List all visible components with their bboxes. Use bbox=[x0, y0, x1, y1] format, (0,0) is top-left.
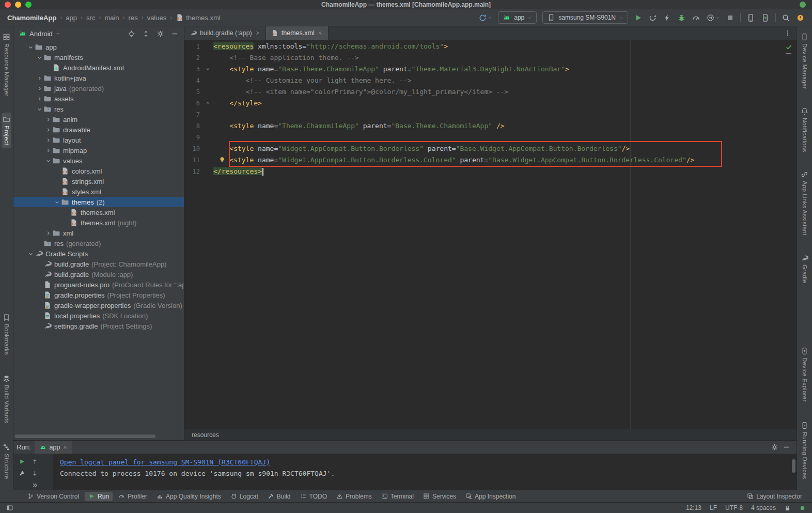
tree-item-values[interactable]: values bbox=[13, 156, 184, 166]
tool-window-button-profiler[interactable]: Profiler bbox=[115, 492, 151, 501]
status-lf[interactable]: LF bbox=[710, 504, 717, 511]
breadcrumb-item-res[interactable]: res bbox=[129, 14, 138, 22]
chevron-right-icon[interactable] bbox=[44, 147, 52, 154]
code-line-4[interactable]: <!-- Customize your light theme here. --… bbox=[213, 75, 797, 86]
tool-window-button-version-control[interactable]: Version Control bbox=[24, 492, 83, 501]
tree-item-themes-xml-night[interactable]: themes.xml(night) bbox=[13, 217, 184, 228]
tree-item-androidmanifest-xml[interactable]: AndroidManifest.xml bbox=[13, 63, 184, 73]
run-settings-gear-icon[interactable] bbox=[771, 443, 778, 451]
tool-window-button-services[interactable]: Services bbox=[419, 492, 460, 501]
fold-chevron-up[interactable] bbox=[205, 100, 211, 106]
chevron-right-icon[interactable] bbox=[44, 230, 52, 237]
intention-bulb-icon[interactable] bbox=[218, 156, 226, 163]
device-manager-button[interactable] bbox=[746, 13, 755, 22]
tree-item-local-properties-sdk-location[interactable]: local.properties(SDK Location) bbox=[13, 310, 184, 321]
tree-item-themes-xml[interactable]: themes.xml bbox=[13, 207, 184, 217]
editor-options-kebab-icon[interactable] bbox=[779, 26, 797, 40]
tool-button-notifications[interactable]: Notifications bbox=[800, 105, 809, 155]
gutter-line-8[interactable]: 8 bbox=[184, 120, 213, 132]
chevron-right-icon[interactable] bbox=[44, 116, 52, 123]
run-tab-app[interactable]: app bbox=[35, 441, 72, 454]
code-line-5[interactable]: <!-- <item name="colorPrimary">@color/my… bbox=[213, 86, 797, 98]
fold-chevron-down[interactable] bbox=[205, 66, 211, 72]
tree-item-colors-xml[interactable]: colors.xml bbox=[13, 166, 184, 176]
tool-button-build-variants[interactable]: Build Variants bbox=[2, 372, 11, 426]
breadcrumb-item-app[interactable]: app bbox=[66, 14, 77, 22]
chevron-right-icon[interactable] bbox=[35, 85, 43, 92]
tool-window-button-app-inspection[interactable]: App Inspection bbox=[462, 492, 519, 501]
project-view-selector[interactable]: Android bbox=[29, 30, 53, 38]
tool-window-button-logcat[interactable]: Logcat bbox=[227, 492, 262, 501]
tree-item-mipmap[interactable]: mipmap bbox=[13, 145, 184, 156]
tool-window-button-build[interactable]: Build bbox=[264, 492, 294, 501]
settings-gear-icon[interactable] bbox=[157, 30, 164, 38]
code-line-3[interactable]: <style name="Base.Theme.ChamomileApp" pa… bbox=[213, 64, 797, 75]
build-settings-wrench-icon[interactable] bbox=[19, 470, 25, 477]
tool-window-button-terminal[interactable]: Terminal bbox=[378, 492, 417, 501]
code-line-11[interactable]: <style name="Widget.AppCompat.Button.Bor… bbox=[213, 154, 797, 166]
status-utf-8[interactable]: UTF-8 bbox=[725, 504, 743, 511]
code-line-8[interactable]: <style name="Theme.ChamomileApp" parent=… bbox=[213, 120, 797, 132]
console-scrollbar[interactable] bbox=[792, 459, 795, 473]
select-opened-file-icon[interactable] bbox=[128, 30, 135, 38]
close-run-tab-icon[interactable] bbox=[63, 445, 68, 450]
chevron-right-icon[interactable] bbox=[35, 96, 43, 102]
tool-button-gradle[interactable]: Gradle bbox=[800, 252, 809, 286]
tree-item-gradle-properties-project-properties[interactable]: gradle.properties(Project Properties) bbox=[13, 290, 184, 300]
project-horizontal-scrollbar[interactable] bbox=[15, 434, 155, 438]
tree-item-proguard-rules-pro-proguard-rules-for-ap[interactable]: proguard-rules.pro(ProGuard Rules for ":… bbox=[13, 279, 184, 290]
gutter-line-10[interactable]: 10 bbox=[184, 143, 213, 154]
search-everywhere-button[interactable] bbox=[782, 13, 790, 22]
code-line-1[interactable]: <resources xmlns:tools="http://schemas.a… bbox=[213, 41, 797, 52]
expand-all-button[interactable] bbox=[32, 482, 38, 489]
tree-item-strings-xml[interactable]: strings.xml bbox=[13, 176, 184, 186]
tree-item-anim[interactable]: anim bbox=[13, 114, 184, 125]
prev-occurrence-button[interactable] bbox=[32, 458, 38, 465]
editor-code-area[interactable]: <resources xmlns:tools="http://schemas.a… bbox=[213, 40, 797, 429]
tool-window-button-app-quality-insights[interactable]: App Quality Insights bbox=[153, 492, 225, 501]
tree-item-gradle-scripts[interactable]: Gradle Scripts bbox=[13, 248, 184, 259]
zoom-window-button[interactable] bbox=[25, 2, 32, 8]
gutter-line-12[interactable]: 12 bbox=[184, 166, 213, 177]
editor-breadcrumb-resources[interactable]: resources bbox=[192, 431, 219, 439]
tree-item-res-generated[interactable]: res(generated) bbox=[13, 238, 184, 248]
hide-panel-icon[interactable] bbox=[171, 30, 179, 38]
tree-item-drawable[interactable]: drawable bbox=[13, 125, 184, 135]
chevron-right-icon[interactable] bbox=[35, 75, 43, 82]
tool-button-running-devices[interactable]: Running Devices bbox=[800, 419, 809, 481]
tree-item-xml[interactable]: xml bbox=[13, 228, 184, 238]
tree-item-res[interactable]: res bbox=[13, 104, 184, 114]
avatar-indicator[interactable] bbox=[800, 2, 806, 8]
tool-button-project[interactable]: Project bbox=[2, 113, 11, 148]
code-line-9[interactable] bbox=[213, 132, 797, 143]
gutter-line-7[interactable]: 7 bbox=[184, 109, 213, 120]
attach-debugger-button[interactable] bbox=[706, 13, 720, 22]
tree-item-manifests[interactable]: manifests bbox=[13, 52, 184, 63]
code-line-12[interactable]: </resources> bbox=[213, 166, 797, 177]
status-12-13[interactable]: 12:13 bbox=[686, 504, 701, 511]
chevron-right-icon[interactable] bbox=[44, 127, 52, 133]
tool-button-structure[interactable]: Structure bbox=[2, 441, 11, 481]
editor-tab-themes-xml[interactable]: themes.xml bbox=[266, 26, 329, 40]
inspections-ok-icon[interactable] bbox=[785, 43, 792, 51]
chevron-down-icon[interactable] bbox=[55, 31, 60, 36]
close-tab-icon[interactable] bbox=[318, 30, 323, 36]
gutter-line-1[interactable]: 1 bbox=[184, 41, 213, 52]
run-config-select[interactable]: app bbox=[498, 11, 537, 24]
tree-item-kotlin-java[interactable]: kotlin+java bbox=[13, 73, 184, 83]
tree-item-styles-xml[interactable]: styles.xml bbox=[13, 186, 184, 197]
code-line-6[interactable]: </style> bbox=[213, 98, 797, 109]
breadcrumb-item-src[interactable]: src bbox=[86, 14, 95, 22]
device-select[interactable]: samsung SM-S901N bbox=[542, 11, 628, 24]
chevron-down-icon[interactable] bbox=[35, 106, 43, 113]
tool-button-resource-manager[interactable]: Resource Manager bbox=[2, 30, 11, 99]
running-devices-button[interactable] bbox=[761, 13, 770, 22]
tool-window-button-layout-inspector[interactable]: Layout Inspector bbox=[743, 492, 806, 501]
debug-button[interactable] bbox=[677, 13, 686, 22]
tool-window-button-todo[interactable]: TODO bbox=[296, 492, 331, 501]
profiler-button[interactable] bbox=[692, 13, 700, 22]
rerun-button[interactable] bbox=[19, 458, 25, 465]
tree-item-app[interactable]: app bbox=[13, 42, 184, 52]
next-occurrence-button[interactable] bbox=[32, 470, 38, 477]
open-logcat-link[interactable]: Open logcat panel for samsung SM-S901N (… bbox=[60, 457, 797, 468]
